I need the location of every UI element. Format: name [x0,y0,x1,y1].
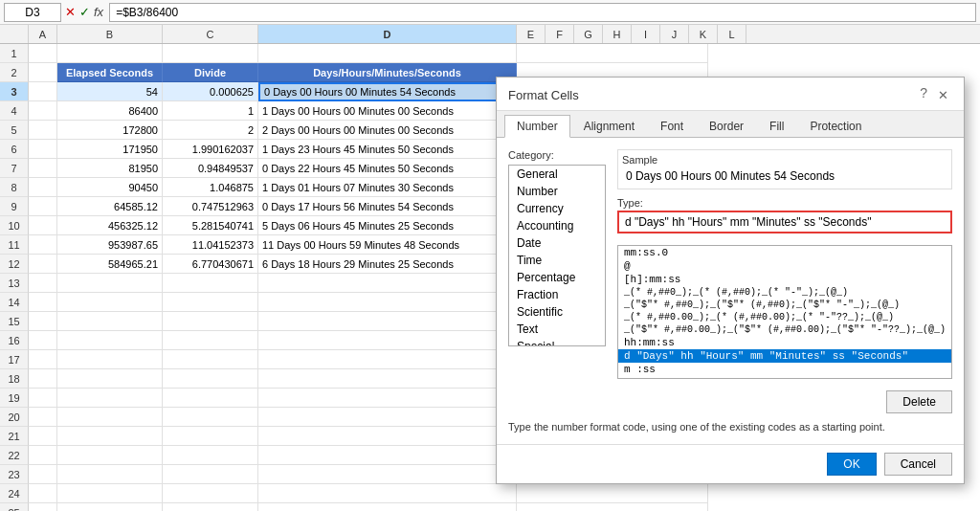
category-percentage[interactable]: Percentage [509,269,605,286]
row-header-17[interactable]: 17 [0,350,29,369]
dialog-help-icon[interactable]: ? [920,85,927,104]
category-accounting[interactable]: Accounting [509,217,605,234]
row-header-1[interactable]: 1 [0,44,29,63]
col-header-d[interactable]: D [258,25,517,43]
cell-c11[interactable]: 11.04152373 [163,235,258,255]
format-item-accounting1[interactable]: _(* #,##0_);_(* (#,##0);_(* "-"_);_(@_) [618,286,951,299]
cell-d13[interactable] [258,274,517,293]
cell-a6[interactable] [29,140,57,159]
col-header-l[interactable]: L [718,25,746,43]
col-header-b[interactable]: B [57,25,163,43]
cell-b6[interactable]: 171950 [57,140,163,159]
cell-b4[interactable]: 86400 [57,101,163,121]
cell-b12[interactable]: 584965.21 [57,255,163,274]
row-header-10[interactable]: 10 [0,216,29,235]
cell-a2[interactable] [29,63,57,82]
cell-d11[interactable]: 11 Days 00 Hours 59 Minutes 48 Seconds [258,235,517,255]
cell-a12[interactable] [29,255,57,274]
row-header-18[interactable]: 18 [0,369,29,389]
cell-d8[interactable]: 1 Days 01 Hours 07 Minutes 30 Seconds [258,178,517,197]
row-header-2[interactable]: 2 [0,63,29,82]
cell-a7[interactable] [29,159,57,178]
cell-d10[interactable]: 5 Days 06 Hours 45 Minutes 25 Seconds [258,216,517,235]
category-number[interactable]: Number [509,183,605,200]
cell-b13[interactable] [57,274,163,293]
tab-border[interactable]: Border [697,115,756,137]
row-header-20[interactable]: 20 [0,408,29,427]
row-header-4[interactable]: 4 [0,101,29,121]
col-header-e[interactable]: E [517,25,546,43]
cell-c10[interactable]: 5.281540741 [163,216,258,235]
col-header-k[interactable]: K [689,25,718,43]
cell-c12[interactable]: 6.770430671 [163,255,258,274]
row-header-24[interactable]: 24 [0,484,29,503]
cell-c9[interactable]: 0.747512963 [163,197,258,216]
row-header-6[interactable]: 6 [0,140,29,159]
row-header-8[interactable]: 8 [0,178,29,197]
type-input[interactable] [617,211,952,233]
ok-button[interactable]: OK [827,453,876,476]
col-header-h[interactable]: H [603,25,632,43]
category-currency[interactable]: Currency [509,200,605,217]
format-item-accounting4[interactable]: _("$"* #,##0.00_);_("$"* (#,##0.00);_("$… [618,323,951,336]
cell-d6[interactable]: 1 Days 23 Hours 45 Minutes 50 Seconds [258,140,517,159]
col-header-j[interactable]: J [660,25,689,43]
cell-d7[interactable]: 0 Days 22 Hours 45 Minutes 50 Seconds [258,159,517,178]
tab-protection[interactable]: Protection [797,115,874,137]
category-time[interactable]: Time [509,252,605,269]
tab-font[interactable]: Font [648,115,696,137]
format-item-hhmmss[interactable]: hh:mm:ss [618,336,951,349]
dialog-close-button[interactable]: ✕ [933,85,952,104]
cell-a3[interactable] [29,82,57,101]
row-header-13[interactable]: 13 [0,274,29,293]
cell-a5[interactable] [29,121,57,140]
cell-c6[interactable]: 1.990162037 [163,140,258,159]
cancel-formula-icon[interactable]: ✕ [65,5,76,19]
cell-b1[interactable] [57,44,163,63]
cell-d2[interactable]: Days/Hours/Minutes/Seconds [258,63,517,82]
format-item-mmss0[interactable]: mm:ss.0 [618,246,951,259]
row-header-16[interactable]: 16 [0,331,29,350]
format-item-enus-date[interactable]: [$-en-US]dddd, mmmm d, yyyy [618,376,951,379]
cell-d5[interactable]: 2 Days 00 Hours 00 Minutes 00 Seconds [258,121,517,140]
cell-reference-box[interactable] [4,3,61,22]
col-header-c[interactable]: C [163,25,258,43]
format-item-accounting3[interactable]: _(* #,##0.00_);_(* (#,##0.00);_(* "-"??_… [618,311,951,323]
cell-b3[interactable]: 54 [57,82,163,101]
row-header-25[interactable]: 25 [0,503,29,511]
cell-b9[interactable]: 64585.12 [57,197,163,216]
format-item-mss[interactable]: m :ss [618,363,951,376]
row-header-15[interactable]: 15 [0,312,29,331]
insert-function-icon[interactable]: fx [94,5,103,19]
format-item-at[interactable]: @ [618,259,951,273]
col-header-i[interactable]: I [632,25,660,43]
cell-c7[interactable]: 0.94849537 [163,159,258,178]
cell-a1[interactable] [29,44,57,63]
format-item-days-hours[interactable]: d "Days" hh "Hours" mm "Minutes" ss "Sec… [618,349,951,363]
row-header-9[interactable]: 9 [0,197,29,216]
confirm-formula-icon[interactable]: ✓ [79,5,90,19]
row-header-3[interactable]: 3 [0,82,29,101]
cell-d3[interactable]: 0 Days 00 Hours 00 Minutes 54 Seconds [258,82,517,101]
category-text[interactable]: Text [509,321,605,338]
row-header-14[interactable]: 14 [0,293,29,312]
cancel-button[interactable]: Cancel [884,453,952,476]
row-header-12[interactable]: 12 [0,255,29,274]
cell-c13[interactable] [163,274,258,293]
category-general[interactable]: General [509,166,605,183]
cell-e1[interactable] [517,44,708,63]
category-fraction[interactable]: Fraction [509,286,605,303]
cell-d9[interactable]: 0 Days 17 Hours 56 Minutes 54 Seconds [258,197,517,216]
row-header-11[interactable]: 11 [0,235,29,255]
cell-b7[interactable]: 81950 [57,159,163,178]
cell-c5[interactable]: 2 [163,121,258,140]
row-header-5[interactable]: 5 [0,121,29,140]
col-header-g[interactable]: G [574,25,603,43]
row-header-21[interactable]: 21 [0,427,29,446]
cell-d12[interactable]: 6 Days 18 Hours 29 Minutes 25 Seconds [258,255,517,274]
cell-c1[interactable] [163,44,258,63]
cell-c3[interactable]: 0.000625 [163,82,258,101]
row-header-22[interactable]: 22 [0,446,29,465]
cell-a4[interactable] [29,101,57,121]
cell-d4[interactable]: 1 Days 00 Hours 00 Minutes 00 Seconds [258,101,517,121]
